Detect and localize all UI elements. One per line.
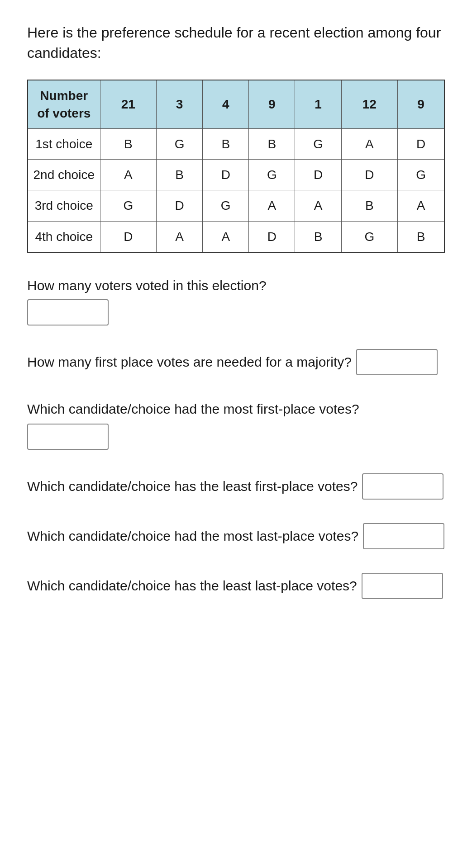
col-header-1: 1 — [295, 80, 341, 129]
cell-r0-c2: B — [203, 128, 249, 159]
inline-question-q6: Which candidate/choice has the least las… — [27, 573, 445, 599]
cell-r0-c0: B — [100, 128, 157, 159]
cell-r3-c2: A — [203, 221, 249, 252]
preference-table: Number of voters 21 3 4 9 1 12 9 1st cho… — [27, 80, 445, 253]
cell-r2-c1: D — [157, 190, 203, 221]
answer-input-q2[interactable] — [356, 349, 438, 375]
col-header-9b: 9 — [398, 80, 444, 129]
cell-r2-c2: G — [203, 190, 249, 221]
inline-question-q5: Which candidate/choice had the most last… — [27, 523, 445, 549]
cell-r2-c0: G — [100, 190, 157, 221]
cell-r1-c0: A — [100, 160, 157, 190]
answer-input-q4[interactable] — [362, 473, 443, 500]
question-block-q2: How many first place votes are needed fo… — [27, 349, 445, 375]
questions-container: How many voters voted in this election? … — [27, 275, 445, 599]
answer-input-q5[interactable] — [363, 523, 444, 549]
cell-r3-c1: A — [157, 221, 203, 252]
cell-r1-c3: G — [249, 160, 295, 190]
question-block-q3: Which candidate/choice had the most firs… — [27, 399, 445, 450]
cell-r3-c6: B — [398, 221, 444, 252]
question-block-q4: Which candidate/choice has the least fir… — [27, 473, 445, 500]
cell-r2-c4: A — [295, 190, 341, 221]
inline-question-q4: Which candidate/choice has the least fir… — [27, 473, 445, 500]
answer-input-q3[interactable] — [27, 424, 109, 450]
answer-input-q6[interactable] — [362, 573, 443, 599]
table-row: 1st choiceBGBBGAD — [28, 128, 444, 159]
cell-r1-c5: D — [341, 160, 398, 190]
row-label-1: 2nd choice — [28, 160, 100, 190]
cell-r0-c6: D — [398, 128, 444, 159]
intro-text: Here is the preference schedule for a re… — [27, 23, 445, 63]
col-header-9: 9 — [249, 80, 295, 129]
table-body: 1st choiceBGBBGAD2nd choiceABDGDDG3rd ch… — [28, 128, 444, 252]
inline-question-q3: Which candidate/choice had the most firs… — [27, 399, 445, 450]
answer-input-q1[interactable] — [27, 299, 109, 326]
table-row: 4th choiceDAADBGB — [28, 221, 444, 252]
question-block-q1: How many voters voted in this election? — [27, 275, 445, 326]
cell-r1-c1: B — [157, 160, 203, 190]
question-text-q6: Which candidate/choice has the least las… — [27, 576, 357, 596]
question-text-q3: Which candidate/choice had the most firs… — [27, 399, 359, 419]
question-block-q6: Which candidate/choice has the least las… — [27, 573, 445, 599]
col-header-3: 3 — [157, 80, 203, 129]
cell-r0-c3: B — [249, 128, 295, 159]
question-text-q4: Which candidate/choice has the least fir… — [27, 476, 358, 496]
block-question-q1: How many voters voted in this election? — [27, 275, 445, 326]
question-text-q1: How many voters voted in this election? — [27, 278, 267, 293]
question-text-q5: Which candidate/choice had the most last… — [27, 526, 358, 546]
cell-r3-c0: D — [100, 221, 157, 252]
col-header-12: 12 — [341, 80, 398, 129]
cell-r1-c4: D — [295, 160, 341, 190]
cell-r1-c6: G — [398, 160, 444, 190]
cell-r0-c5: A — [341, 128, 398, 159]
cell-r3-c4: B — [295, 221, 341, 252]
cell-r3-c5: G — [341, 221, 398, 252]
cell-r0-c1: G — [157, 128, 203, 159]
cell-r3-c3: D — [249, 221, 295, 252]
row-label-3: 4th choice — [28, 221, 100, 252]
table-row: 2nd choiceABDGDDG — [28, 160, 444, 190]
table-row: 3rd choiceGDGAABA — [28, 190, 444, 221]
col-header-21: 21 — [100, 80, 157, 129]
question-text-q2: How many first place votes are needed fo… — [27, 352, 352, 372]
preference-table-wrapper: Number of voters 21 3 4 9 1 12 9 1st cho… — [27, 80, 445, 253]
cell-r2-c3: A — [249, 190, 295, 221]
row-label-2: 3rd choice — [28, 190, 100, 221]
col-header-4: 4 — [203, 80, 249, 129]
cell-r0-c4: G — [295, 128, 341, 159]
cell-r1-c2: D — [203, 160, 249, 190]
table-header-row: Number of voters 21 3 4 9 1 12 9 — [28, 80, 444, 129]
number-of-voters-header: Number of voters — [28, 80, 100, 129]
question-block-q5: Which candidate/choice had the most last… — [27, 523, 445, 549]
inline-question-q2: How many first place votes are needed fo… — [27, 349, 445, 375]
row-label-0: 1st choice — [28, 128, 100, 159]
cell-r2-c5: B — [341, 190, 398, 221]
cell-r2-c6: A — [398, 190, 444, 221]
